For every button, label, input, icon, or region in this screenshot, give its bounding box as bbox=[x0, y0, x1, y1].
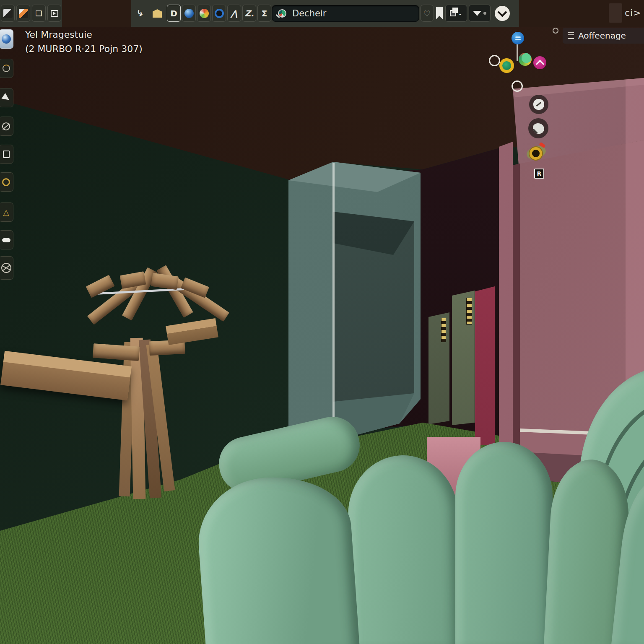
edge-tab bbox=[609, 3, 622, 23]
page-circle-icon[interactable] bbox=[528, 118, 548, 138]
cursor-arrow-tool[interactable] bbox=[0, 88, 13, 107]
axis-ring-bottom[interactable] bbox=[512, 80, 523, 92]
chevron-down-icon: ⌄ bbox=[458, 10, 462, 16]
viewport-title: Yel Mragestuie bbox=[25, 29, 92, 40]
list-icon bbox=[568, 32, 574, 39]
top-toolbar: ❑ ⤷ D ⋀ Z. Σ Dech bbox=[0, 0, 644, 27]
sofa-channel bbox=[347, 454, 460, 644]
rotate-icon bbox=[2, 122, 10, 130]
sofa-left-cushion bbox=[194, 472, 360, 644]
viewport-stats: (2 MURBO R·21 Pojn 307) bbox=[25, 44, 143, 54]
check-circle-icon[interactable] bbox=[495, 6, 510, 21]
search-magnifier-icon bbox=[278, 9, 286, 18]
protractor-tool[interactable]: △ bbox=[0, 203, 13, 222]
annotate-tool[interactable] bbox=[0, 230, 13, 249]
rotate-tool[interactable] bbox=[0, 117, 13, 136]
protractor-icon: △ bbox=[3, 208, 9, 217]
gold-lens bbox=[530, 147, 542, 160]
sphere-select-tool[interactable] bbox=[0, 29, 13, 49]
sphere-icon bbox=[2, 34, 11, 44]
dial-tool[interactable] bbox=[0, 256, 13, 280]
circle-icon bbox=[3, 65, 10, 72]
dialog-icon[interactable]: ❑ bbox=[32, 5, 46, 22]
corner-split-icon[interactable] bbox=[1, 5, 15, 22]
camera-lens-icon[interactable] bbox=[527, 143, 548, 164]
outliner-label: Aoffeenage bbox=[578, 31, 626, 41]
dial-icon bbox=[1, 263, 11, 273]
axis-dot-green[interactable] bbox=[519, 53, 532, 66]
cabinet-label-strip bbox=[441, 318, 446, 342]
sphere-icon[interactable] bbox=[182, 5, 196, 22]
cursor-arrow-icon bbox=[1, 93, 11, 103]
heart-icon[interactable]: ♡ bbox=[420, 5, 434, 22]
chevron-up-icon bbox=[536, 60, 544, 68]
axis-dot-yellow[interactable] bbox=[499, 58, 514, 73]
r-marker[interactable]: R bbox=[534, 169, 544, 179]
material-ball-icon[interactable] bbox=[197, 5, 211, 22]
d-shape-icon[interactable]: D bbox=[167, 5, 181, 22]
app-window: Yel Mragestuie (2 MURBO R·21 Pojn 307) △ bbox=[0, 0, 644, 644]
filter-icon[interactable] bbox=[469, 5, 491, 22]
gold-ring-icon bbox=[2, 178, 10, 186]
prism-icon[interactable] bbox=[16, 5, 30, 22]
search-field[interactable]: Decheir bbox=[272, 5, 419, 22]
mound-icon bbox=[2, 238, 10, 242]
cabinet-label-strip bbox=[466, 298, 472, 325]
camera-frame-icon[interactable] bbox=[47, 5, 61, 22]
axis-ring-white[interactable] bbox=[489, 55, 500, 66]
outliner-panel[interactable]: Aoffeenage bbox=[563, 28, 644, 44]
gizmo-stem bbox=[517, 44, 518, 61]
sofa-channel bbox=[455, 442, 553, 644]
pen-stroke-icon[interactable]: ⋀ bbox=[227, 5, 241, 22]
sigma-icon[interactable]: Σ bbox=[257, 5, 271, 22]
duplicate-icon[interactable]: ⌄ bbox=[445, 5, 467, 22]
ring-icon[interactable] bbox=[212, 5, 226, 22]
shortcut-label: ci> bbox=[625, 8, 641, 18]
circle-tool[interactable] bbox=[0, 59, 13, 78]
edit-circle-icon[interactable] bbox=[529, 95, 548, 114]
axis-dot-magenta[interactable] bbox=[533, 56, 546, 69]
nav-handle-blue[interactable] bbox=[512, 32, 524, 44]
frame-tool[interactable] bbox=[0, 145, 13, 164]
frame-icon bbox=[3, 151, 10, 158]
axis-ring-small[interactable] bbox=[553, 28, 558, 34]
ring-tool[interactable] bbox=[0, 172, 13, 192]
dot-icon bbox=[483, 12, 486, 15]
z-curve-icon[interactable]: Z. bbox=[242, 5, 256, 22]
search-value: Decheir bbox=[292, 8, 326, 18]
